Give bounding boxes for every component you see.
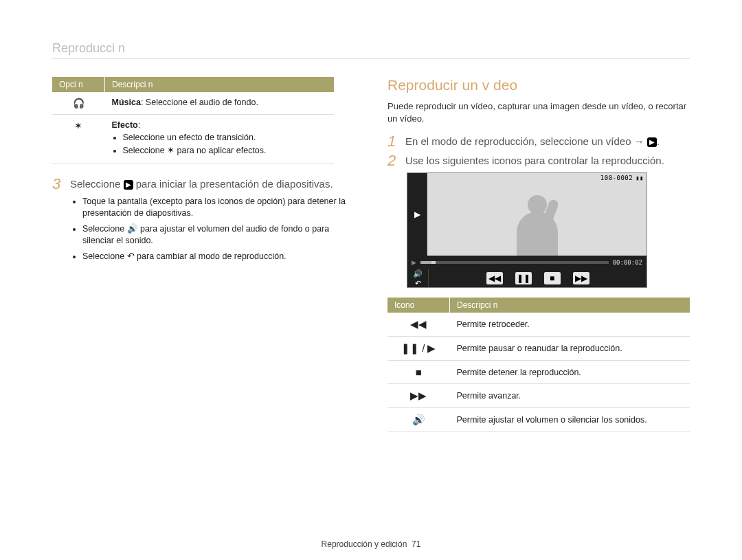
step-text: Use los siguientes iconos para controlar… [405,153,664,168]
back-icon[interactable]: ↶ [415,279,421,288]
left-column: Opci n Descripci n 🎧 Música: Seleccione … [52,77,355,432]
forward-icon: ▶▶ [387,384,450,408]
headphones-off-icon: 🎧 [52,92,105,115]
step-text-before: Seleccione [70,178,124,190]
icon-desc: Permite ajustar el volumen o silenciar l… [450,408,690,432]
player-side-buttons: 🔊 ↶ [407,269,429,287]
substep-bullet: Seleccione 🔊 para ajustar el volumen del… [82,223,355,247]
icon-table-header-descripcion: Descripci n [450,298,690,313]
step-text: Seleccione ▶ para iniciar la presentació… [70,177,333,192]
options-row-desc: Efecto: Seleccione un efecto de transici… [105,115,335,164]
divider-top [52,58,690,59]
video-player: ▶ 100-0002 ▮▮ ▶ [407,172,647,288]
step-text-before: En el modo de reproducción, seleccione u… [405,135,647,147]
rewind-icon: ◀◀ [387,313,450,337]
icon-desc: Permite retroceder. [450,313,690,337]
option-bullet: Seleccione ✶ para no aplicar efectos. [123,145,328,155]
options-table: Opci n Descripci n 🎧 Música: Seleccione … [52,77,334,164]
player-bottom-row: 🔊 ↶ ◀◀ ❚❚ ■ ▶▶ [407,269,647,287]
pause-button[interactable]: ❚❚ [515,272,532,284]
option-text: : Seleccione el audio de fondo. [141,98,258,107]
player-meta: 100-0002 ▮▮ [600,175,644,181]
icon-desc: Permite detener la reproducción. [450,361,690,384]
stop-button[interactable]: ■ [544,272,561,284]
play-video-icon: ▶ [647,137,657,147]
stop-icon: ■ [387,361,450,384]
section-title: Reproducir un v deo [387,77,690,93]
play-circle-icon: ▶ [124,180,133,190]
player-file-code: 100-0002 [600,175,633,181]
player-play-mode-icon[interactable]: ▶ [407,173,427,256]
step-number: 1 [387,134,398,149]
table-row: 🔊 Permite ajustar el volumen o silenciar… [387,408,690,432]
page-footer: Reproducción y edición 71 [0,539,742,549]
table-row: ❚❚ / ▶ Permite pausar o reanudar la repr… [387,337,690,361]
step-text-after: para iniciar la presentación de diaposit… [133,178,333,190]
step-number: 3 [52,177,63,192]
step-text-after: . [657,135,660,147]
option-bullet: Seleccione un efecto de transición. [123,133,328,142]
page-title: Reproducci n [52,41,690,56]
options-table-header-opcion: Opci n [52,77,105,92]
step-number: 2 [387,153,398,168]
pause-play-icon: ❚❚ / ▶ [387,337,450,361]
player-stage[interactable]: 100-0002 ▮▮ [427,173,647,256]
table-row: ▶▶ Permite avanzar. [387,384,690,408]
substep-bullet: Seleccione ↶ para cambiar al modo de rep… [82,251,355,262]
player-progress-bar[interactable] [420,261,609,264]
rewind-button[interactable]: ◀◀ [486,272,503,284]
two-column-layout: Opci n Descripci n 🎧 Música: Seleccione … [52,77,690,432]
icon-description-table: Icono Descripci n ◀◀ Permite retroceder.… [387,298,690,432]
substep-bullet: Toque la pantalla (excepto para los icon… [82,196,355,219]
option-label: Música [112,98,141,107]
player-top-row: ▶ 100-0002 ▮▮ [407,173,647,256]
effect-off-icon: ✶ [52,115,105,164]
player-time: 00:00:02 [609,259,647,266]
step-3-sublist: Toque la pantalla (excepto para los icon… [71,196,355,262]
table-row: ■ Permite detener la reproducción. [387,361,690,384]
table-row: 🎧 Música: Seleccione el audio de fondo. [52,92,334,115]
table-row: ◀◀ Permite retroceder. [387,313,690,337]
step-3-block: 3 Seleccione ▶ para iniciar la presentac… [52,177,355,192]
volume-icon: 🔊 [387,408,450,432]
section-intro: Puede reproducir un vídeo, capturar una … [387,100,690,124]
battery-icon: ▮▮ [636,175,644,181]
volume-icon[interactable]: 🔊 [413,269,423,278]
footer-page-number: 71 [412,539,420,549]
footer-section: Reproducción y edición [322,539,407,549]
icon-desc: Permite avanzar. [450,384,690,408]
player-progress-row: ▶ 00:00:02 [407,256,647,269]
player-progress-start-icon: ▶ [407,259,420,266]
icon-table-header-icono: Icono [387,298,450,313]
options-row-desc: Música: Seleccione el audio de fondo. [105,92,335,115]
table-row: ✶ Efecto: Seleccione un efecto de transi… [52,115,334,164]
step-1-block: 1 En el modo de reproducción, seleccione… [387,134,690,149]
step-text: En el modo de reproducción, seleccione u… [405,134,660,149]
step-2-block: 2 Use los siguientes iconos para control… [387,153,690,168]
forward-button[interactable]: ▶▶ [573,272,589,284]
right-column: Reproducir un v deo Puede reproducir un … [387,77,690,432]
video-content-silhouette [496,180,578,256]
option-label: Efecto [112,120,138,130]
icon-desc: Permite pausar o reanudar la reproducció… [450,337,690,361]
options-table-header-descripcion: Descripci n [105,77,335,92]
player-controls: ◀◀ ❚❚ ■ ▶▶ [429,272,647,284]
